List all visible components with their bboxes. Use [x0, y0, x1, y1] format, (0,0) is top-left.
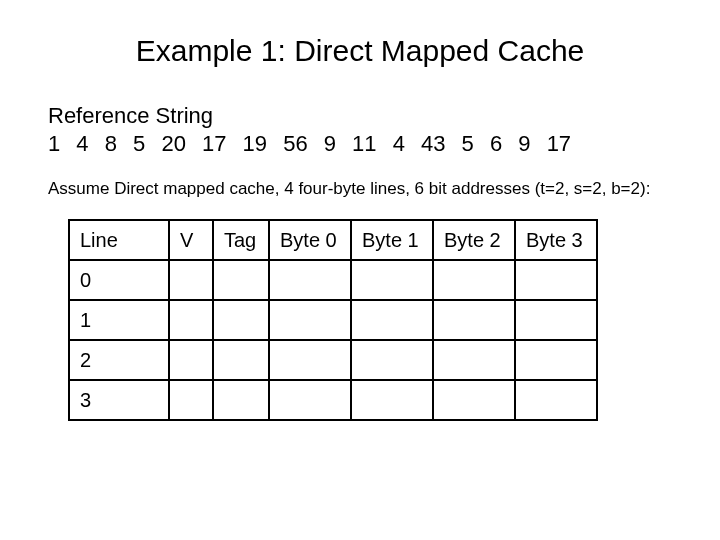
reference-string-label: Reference String: [48, 102, 672, 130]
page-title: Example 1: Direct Mapped Cache: [48, 34, 672, 68]
reference-string-block: Reference String 1 4 8 5 20 17 19 56 9 1…: [48, 102, 672, 157]
cell-v: [169, 260, 213, 300]
cache-table: Line V Tag Byte 0 Byte 1 Byte 2 Byte 3 0…: [68, 219, 598, 421]
cell-v: [169, 340, 213, 380]
cell-b1: [351, 380, 433, 420]
table-row: 1: [69, 300, 597, 340]
cell-b2: [433, 300, 515, 340]
table-row: 3: [69, 380, 597, 420]
table-row: 2: [69, 340, 597, 380]
cell-line: 3: [69, 380, 169, 420]
table-header-row: Line V Tag Byte 0 Byte 1 Byte 2 Byte 3: [69, 220, 597, 260]
cell-line: 2: [69, 340, 169, 380]
header-byte3: Byte 3: [515, 220, 597, 260]
cell-b3: [515, 300, 597, 340]
cell-b3: [515, 380, 597, 420]
header-byte1: Byte 1: [351, 220, 433, 260]
cell-b0: [269, 380, 351, 420]
cell-v: [169, 380, 213, 420]
cell-b2: [433, 380, 515, 420]
header-byte2: Byte 2: [433, 220, 515, 260]
cell-tag: [213, 380, 269, 420]
cell-tag: [213, 260, 269, 300]
reference-string-values: 1 4 8 5 20 17 19 56 9 11 4 43 5 6 9 17: [48, 130, 672, 158]
cell-tag: [213, 300, 269, 340]
cell-b3: [515, 260, 597, 300]
header-byte0: Byte 0: [269, 220, 351, 260]
cell-b3: [515, 340, 597, 380]
cell-b1: [351, 300, 433, 340]
table-row: 0: [69, 260, 597, 300]
cell-b0: [269, 340, 351, 380]
cell-line: 1: [69, 300, 169, 340]
cell-b1: [351, 260, 433, 300]
cell-b2: [433, 260, 515, 300]
cell-tag: [213, 340, 269, 380]
assumption-text: Assume Direct mapped cache, 4 four-byte …: [48, 179, 672, 199]
header-tag: Tag: [213, 220, 269, 260]
header-v: V: [169, 220, 213, 260]
header-line: Line: [69, 220, 169, 260]
cell-v: [169, 300, 213, 340]
cell-b0: [269, 300, 351, 340]
cell-line: 0: [69, 260, 169, 300]
cell-b1: [351, 340, 433, 380]
cell-b2: [433, 340, 515, 380]
cell-b0: [269, 260, 351, 300]
